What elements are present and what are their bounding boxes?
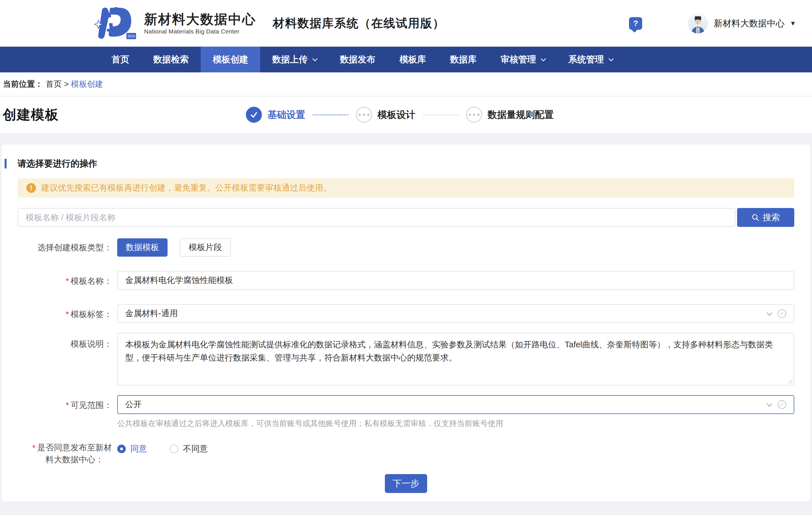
template-tag-row: *模板标签： 金属材料-通用 ✓ [18,304,794,323]
page-footer [0,501,812,515]
step-label: 模板设计 [378,108,415,121]
step-pending-icon [356,107,372,123]
brand-logo: 2024 新材料大数据中心 National Materials Big Dat… [94,6,256,40]
chevron-down-icon[interactable] [766,310,772,316]
nav-label: 数据库 [450,54,476,65]
breadcrumb: 当前位置： 首页 > 模板创建 [0,72,812,97]
breadcrumb-home-link[interactable]: 首页 [46,79,62,89]
logo-year: 2024 [127,34,135,38]
template-name-value: 金属材料电化学腐蚀性能模板 [125,275,233,286]
user-name[interactable]: 新材料大数据中心 [714,18,785,29]
label-text: 是否同意发布至新材料大数据中心： [37,441,112,465]
template-desc-textarea[interactable]: 本模板为金属材料电化学腐蚀性能测试提供标准化的数据记录格式，涵盖材料信息、实验参… [117,333,794,385]
search-input[interactable] [18,208,735,227]
label-text: 模板说明： [70,339,112,349]
nav-item-system-management[interactable]: 系统管理 [556,47,624,72]
label-text: 模板名称： [70,276,112,286]
required-asterisk: * [66,309,69,319]
avatar[interactable] [688,13,708,33]
avatar-person-icon [688,13,708,33]
nav-label: 数据上传 [272,54,308,65]
brand-subtitle: National Materials Big Data Center [144,28,256,35]
template-desc-row: 模板说明： 本模板为金属材料电化学腐蚀性能测试提供标准化的数据记录格式，涵盖材料… [18,333,794,385]
template-name-label: *模板名称： [18,271,112,290]
nav-label: 审核管理 [501,54,536,65]
radio-label: 同意 [130,443,147,455]
next-step-button[interactable]: 下一步 [385,474,427,493]
step-pending-icon [466,107,482,123]
radio-label: 不同意 [183,443,208,455]
required-asterisk: * [32,441,35,465]
radio-unselected-icon [170,444,178,453]
required-asterisk: * [66,276,69,286]
step-template-design: 模板设计 [356,107,415,123]
nav-item-home[interactable]: 首页 [99,47,141,72]
logo-icon: 2024 [94,6,138,40]
label-text: 可见范围： [70,401,112,410]
breadcrumb-separator: > [64,80,68,89]
template-desc-label: 模板说明： [18,333,112,385]
breadcrumb-prefix: 当前位置： [3,79,43,89]
help-glyph: ? [633,19,638,28]
label-text: 模板标签： [70,309,112,319]
radio-disagree[interactable]: 不同意 [170,443,208,455]
publish-consent-row: * 是否同意发布至新材料大数据中心： 同意 不同意 [18,441,794,465]
nav-item-data-search[interactable]: 数据检索 [141,47,201,72]
page-title-row: 创建模板 基础设置 模板设计 数据量规则配置 [0,97,812,133]
help-icon[interactable]: ? [629,17,642,30]
search-button[interactable]: 搜索 [737,208,794,227]
system-title: 材料数据库系统（在线试用版） [273,16,445,31]
type-template-fragment-button[interactable]: 模板片段 [179,238,231,256]
chevron-down-icon [608,56,614,61]
spacer [0,133,812,144]
user-menu-caret-icon[interactable]: ▼ [790,20,796,27]
section-title: 请选择要进行的操作 [18,158,97,170]
check-circle-icon: ✓ [778,400,786,409]
chevron-down-icon[interactable] [766,401,772,407]
step-basic-settings: 基础设置 [246,107,306,123]
search-icon [751,213,759,221]
app-header: 2024 新材料大数据中心 National Materials Big Dat… [0,0,812,47]
nav-item-data-publish[interactable]: 数据发布 [328,47,387,72]
nav-label: 首页 [112,54,129,65]
template-name-row: *模板名称： 金属材料电化学腐蚀性能模板 [18,271,794,290]
template-name-input[interactable]: 金属材料电化学腐蚀性能模板 [117,271,794,290]
step-label: 基础设置 [268,108,306,121]
step-indicator: 基础设置 模板设计 数据量规则配置 [59,107,741,123]
nav-item-template-library[interactable]: 模板库 [387,47,438,72]
check-circle-icon: ✓ [778,309,786,318]
chevron-down-icon [312,56,317,61]
visibility-label: *可见范围： [18,395,112,428]
resize-handle[interactable] [788,379,792,384]
template-search-row: 搜索 [18,208,794,227]
type-data-template-button[interactable]: 数据模板 [117,238,168,256]
nav-label: 模板创建 [213,54,248,65]
breadcrumb-current-link[interactable]: 模板创建 [71,79,103,89]
radio-agree[interactable]: 同意 [117,443,147,455]
nav-label: 系统管理 [569,54,604,65]
nav-item-review-management[interactable]: 审核管理 [489,47,556,72]
step-connector [423,114,459,115]
template-tag-label: *模板标签： [18,304,112,323]
template-tag-select[interactable]: 金属材料-通用 ✓ [117,304,794,323]
search-button-label: 搜索 [763,212,780,223]
template-type-label: 选择创建模板类型： [18,242,112,253]
required-asterisk: * [66,401,69,410]
radio-selected-icon [117,444,126,453]
visibility-value: 公开 [125,399,142,410]
step-label: 数据量规则配置 [488,108,554,121]
publish-consent-options: 同意 不同意 [117,441,208,465]
nav-item-database[interactable]: 数据库 [438,47,489,72]
visibility-row: *可见范围： 公开 ✓ 公共模板在审核通过之后将进入模板库，可供当前账号或其他账… [18,395,794,428]
actions-row: 下一步 [18,474,794,493]
publish-consent-label: * 是否同意发布至新材料大数据中心： [18,441,112,465]
nav-item-template-create[interactable]: 模板创建 [201,47,260,72]
visibility-select[interactable]: 公开 ✓ [117,395,794,414]
template-desc-value: 本模板为金属材料电化学腐蚀性能测试提供标准化的数据记录格式，涵盖材料信息、实验参… [125,340,773,362]
nav-item-data-upload[interactable]: 数据上传 [260,47,328,72]
template-tag-value: 金属材料-通用 [125,308,178,319]
chevron-down-icon [541,56,546,61]
main-nav: 首页 数据检索 模板创建 数据上传 数据发布 模板库 数据库 审核管理 系统管理 [0,47,812,72]
page-title: 创建模板 [3,106,59,124]
nav-label: 数据检索 [153,54,189,65]
